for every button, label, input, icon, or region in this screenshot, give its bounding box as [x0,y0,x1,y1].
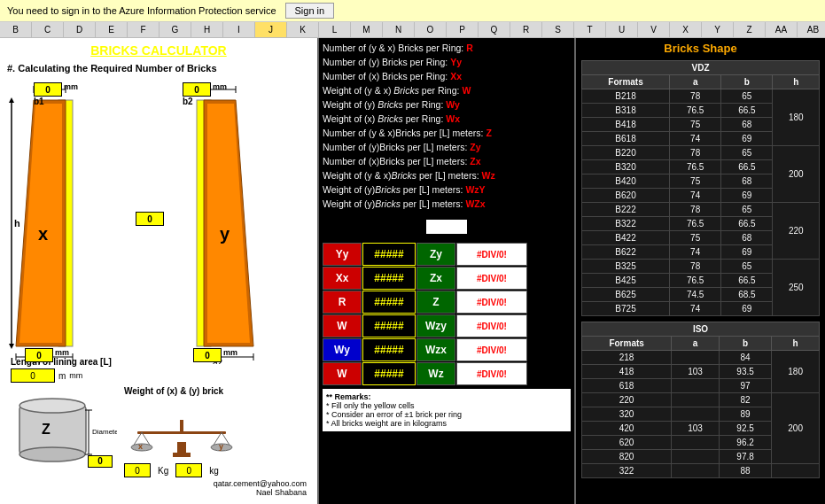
result-wzx-error: #DIV/0! [456,338,527,361]
iso-b: 84 [719,351,771,365]
formula-yy: Number of (y) Bricks per Ring: Yy [323,56,571,69]
sheet-col-O[interactable]: O [415,22,447,37]
sheet-col-R[interactable]: R [510,22,542,37]
mm-label-2: mm [213,82,227,91]
formula-zx: Number of (x)Bricks per [L] meters: Zx [323,155,571,168]
h-input[interactable] [136,212,164,226]
vdz-fmt: B420 [582,174,670,189]
vdz-fmt: B318 [582,104,670,118]
result-xx-label: Xx [323,267,362,290]
sheet-col-Y[interactable]: Y [702,22,734,37]
b1-label: b1 [34,97,44,106]
b2-top-input[interactable] [183,82,211,97]
diameter-input[interactable] [88,455,113,468]
formula-wz: Weight of (y & x)Bricks per [L] meters: … [323,169,571,182]
a1-input[interactable] [25,348,53,362]
vdz-a: 75 [670,174,721,189]
svg-text:Z: Z [42,422,51,437]
vdz-b: 68 [721,118,773,132]
sheet-col-B[interactable]: B [0,22,32,37]
iso-a [672,351,720,365]
vdz-fmt: B220 [582,146,670,160]
remark-3: * All bricks weight are in kilograms [326,419,567,428]
result-r-hash: ##### [362,291,416,314]
sheet-col-P[interactable]: P [447,22,479,37]
sheet-col-I[interactable]: I [223,22,255,37]
iso-fmt: 220 [582,393,672,407]
formula-z: Number of (y & x)Bricks per [L] meters: … [323,127,571,140]
mm-label-4: mm [223,348,237,357]
iso-b: 96.2 [719,436,771,450]
sheet-col-K[interactable]: K [287,22,319,37]
sheet-col-AB[interactable]: AB [798,22,825,37]
kg-row: Kg kg [124,463,307,477]
result-wzy-error: #DIV/0! [456,314,527,337]
vdz-a: 74 [670,302,721,316]
svg-text:x: x [38,224,48,244]
sheet-col-L[interactable]: L [319,22,351,37]
vdz-fmt: B218 [582,89,670,104]
result-grid: Yy ##### Zy #DIV/0! Xx ##### Zx #DIV/0! … [323,243,571,385]
sheet-col-F[interactable]: F [128,22,160,37]
svg-point-26 [19,447,85,461]
weight-xy-label: Weight of (x) & (y) brick [124,386,307,396]
white-box-row [323,214,571,239]
sheet-col-C[interactable]: C [32,22,64,37]
sheet-col-H[interactable]: H [191,22,223,37]
a2-input[interactable] [193,348,222,362]
sheet-col-T[interactable]: T [574,22,606,37]
remarks-title: ** Remarks: [326,392,567,401]
vdz-a: 76.5 [670,274,721,288]
vdz-b: 68.5 [721,288,773,302]
top-bar: You need to sign in to the Azure Informa… [0,0,825,22]
top-bar-message: You need to sign in to the Azure Informa… [7,5,276,16]
b1-top-input[interactable] [34,82,62,97]
sheet-col-AA[interactable]: AA [766,22,798,37]
table-row: B2227865220 [582,203,820,217]
iso-b: 92.5 [719,422,771,436]
result-wzx-label: Wzx [416,338,455,361]
length-input[interactable] [11,368,55,383]
result-zy-label: Zy [416,243,455,266]
sheet-col-Z[interactable]: Z [734,22,766,37]
sheet-col-G[interactable]: G [160,22,191,37]
formula-xx: Number of (x) Bricks per Ring: Xx [323,70,571,83]
b2-label: b2 [183,97,193,106]
sheet-col-D[interactable]: D [64,22,96,37]
result-zy-error: #DIV/0! [456,243,527,266]
right-title: Bricks Shape [581,42,820,55]
iso-b: 97.8 [719,450,771,464]
iso-b: 97 [719,379,771,393]
sheet-col-N[interactable]: N [383,22,415,37]
sheet-col-J[interactable]: J [255,22,287,37]
iso-col-formats: Formats [582,337,672,351]
table-row: B2207865200 [582,146,820,160]
mid-panel: Number of (y & x) Bricks per Ring: R Num… [319,38,576,504]
diagram-area: x y h a1 [7,81,308,364]
sheet-col-E[interactable]: E [96,22,128,37]
iso-a [672,436,720,450]
kg2-input[interactable] [175,463,202,477]
kg1-input[interactable] [124,463,151,477]
iso-b: 93.5 [719,365,771,379]
sheet-col-M[interactable]: M [351,22,383,37]
vdz-h: 180 [773,89,820,146]
vdz-b: 66.5 [721,104,773,118]
vdz-a: 74 [670,132,721,146]
vdz-b: 68 [721,174,773,189]
svg-text:h: h [14,218,20,229]
vdz-fmt: B622 [582,245,670,260]
sheet-col-Q[interactable]: Q [479,22,510,37]
remark-2: * Consider an error of ±1 brick per ring [326,410,567,419]
bottom-row: Z Diameter [Ø] Weight of (x) & (y) brick [11,386,307,477]
sheet-col-U[interactable]: U [606,22,638,37]
vdz-a: 78 [670,260,721,274]
svg-text:Diameter [Ø]: Diameter [Ø] [92,428,117,436]
sheet-col-V[interactable]: V [638,22,670,37]
iso-b: 88 [719,464,771,478]
sign-in-button[interactable]: Sign in [285,3,335,19]
sheet-col-X[interactable]: X [670,22,702,37]
iso-table: ISO Formats a b h 2188418041810393.56189… [581,322,820,478]
vdz-fmt: B620 [582,189,670,203]
sheet-col-S[interactable]: S [542,22,574,37]
